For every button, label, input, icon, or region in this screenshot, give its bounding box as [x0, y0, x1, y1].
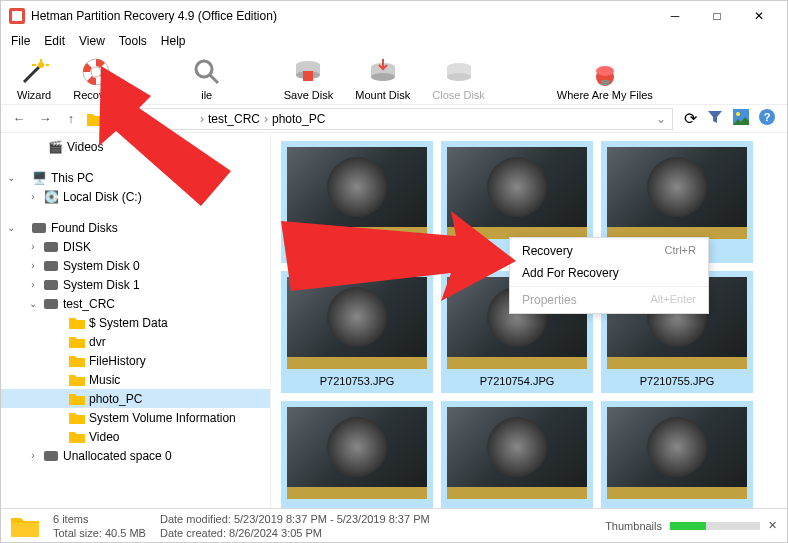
folder-icon [69, 317, 85, 329]
disk-icon [44, 280, 58, 290]
menu-help[interactable]: Help [161, 34, 186, 48]
wizard-button[interactable]: Wizard [17, 57, 51, 101]
close-panel-icon[interactable]: ✕ [768, 519, 777, 532]
file-thumbnail[interactable] [281, 401, 433, 509]
collapse-icon[interactable]: ⌄ [5, 222, 17, 233]
tree-row[interactable]: photo_PC [1, 389, 270, 408]
tree-label[interactable]: Local Disk (C:) [63, 190, 142, 204]
find-file-button[interactable]: ile [192, 57, 222, 101]
svg-point-5 [196, 61, 212, 77]
disk-icon [44, 242, 58, 252]
menu-file[interactable]: File [11, 34, 30, 48]
tree-label[interactable]: test_CRC [63, 297, 115, 311]
tree-label[interactable]: Music [89, 373, 120, 387]
file-thumbnail[interactable]: P7210753.JPG [281, 271, 433, 393]
tree-label[interactable]: System Volume Information [89, 411, 236, 425]
filter-icon[interactable] [707, 109, 723, 129]
svg-point-15 [447, 73, 471, 81]
preview-icon[interactable] [733, 109, 749, 129]
tree-label[interactable]: Videos [67, 140, 103, 154]
pc-icon: 🖥️ [31, 171, 47, 185]
twisty-icon[interactable]: › [27, 241, 39, 252]
dropdown-icon[interactable]: ⌄ [656, 112, 666, 126]
tool-label: ile [201, 89, 212, 101]
file-view[interactable]: P7210750.JPG P7210753.JPGP7210754.JPGP72… [271, 133, 787, 509]
breadcrumb-item[interactable]: test_CRC [208, 112, 260, 126]
disk-icon [32, 223, 46, 233]
file-name: P7210754.JPG [447, 375, 587, 387]
status-bar: 6 items Total size: 40.5 MB Date modifie… [1, 508, 787, 542]
twisty-icon[interactable]: › [27, 279, 39, 290]
tree-row[interactable]: ›System Disk 0 [1, 256, 270, 275]
chevron-icon: › [264, 112, 268, 126]
file-name: P7210753.JPG [287, 375, 427, 387]
twisty-icon[interactable]: › [27, 260, 39, 271]
tree-row[interactable]: ⌄test_CRC [1, 294, 270, 313]
thumbnail-image [287, 277, 427, 369]
tree-label[interactable]: FileHistory [89, 354, 146, 368]
up-button[interactable]: ↑ [61, 111, 81, 126]
tree-row[interactable]: System Volume Information [1, 408, 270, 427]
twisty-icon[interactable]: ⌄ [27, 298, 39, 309]
tree-label[interactable]: Video [89, 430, 119, 444]
twisty-icon[interactable]: › [27, 450, 39, 461]
breadcrumb-item[interactable]: photo_PC [272, 112, 325, 126]
tree-row[interactable]: ›DISK [1, 237, 270, 256]
tree-row[interactable]: dvr [1, 332, 270, 351]
mount-disk-icon [368, 57, 398, 87]
save-disk-icon [293, 57, 323, 87]
tree-row[interactable]: FileHistory [1, 351, 270, 370]
ctx-properties: PropertiesAlt+Enter [510, 289, 708, 311]
zoom-slider[interactable] [670, 522, 760, 530]
folder-icon [69, 431, 85, 443]
file-thumbnail[interactable] [441, 401, 593, 509]
status-count: 6 items [53, 512, 146, 526]
refresh-button[interactable]: ⟳ [679, 109, 701, 128]
tree-label[interactable]: System Disk 1 [63, 278, 140, 292]
breadcrumb[interactable]: xxxxxxxxxxxxx › test_CRC › photo_PC ⌄ [111, 108, 673, 130]
menu-tools[interactable]: Tools [119, 34, 147, 48]
lifebuoy-icon [81, 57, 111, 87]
ctx-recovery[interactable]: RecoveryCtrl+R [510, 240, 708, 262]
tree-row[interactable]: Music [1, 370, 270, 389]
view-mode-label: Thumbnails [605, 520, 662, 532]
tree-row[interactable]: Video [1, 427, 270, 446]
close-button[interactable]: ✕ [739, 2, 779, 30]
mount-disk-button[interactable]: Mount Disk [355, 57, 410, 101]
wand-icon [19, 57, 49, 87]
thumbnail-image [447, 407, 587, 499]
ctx-add-recovery[interactable]: Add For Recovery [510, 262, 708, 284]
forward-button[interactable]: → [35, 111, 55, 126]
back-button[interactable]: ← [9, 111, 29, 126]
tree-label[interactable]: $ System Data [89, 316, 168, 330]
tree-label[interactable]: photo_PC [89, 392, 142, 406]
tree-label[interactable]: This PC [51, 171, 94, 185]
tree-label[interactable]: Unallocated space 0 [63, 449, 172, 463]
thumbnail-image [447, 147, 587, 239]
folder-tree[interactable]: 🎬Videos ⌄🖥️This PC ›💽Local Disk (C:) ⌄Fo… [1, 133, 271, 509]
tree-row[interactable]: ›Unallocated space 0 [1, 446, 270, 465]
tree-row[interactable]: $ System Data [1, 313, 270, 332]
tree-row[interactable]: ›System Disk 1 [1, 275, 270, 294]
tree-label[interactable]: DISK [63, 240, 91, 254]
file-thumbnail[interactable]: P7210750.JPG [281, 141, 433, 263]
file-name: P7210750.JPG [287, 245, 427, 257]
expand-icon[interactable]: › [27, 191, 39, 202]
where-files-button[interactable]: Where Are My Files [557, 57, 653, 101]
menu-view[interactable]: View [79, 34, 105, 48]
tree-label[interactable]: Found Disks [51, 221, 118, 235]
tree-label[interactable]: System Disk 0 [63, 259, 140, 273]
menu-edit[interactable]: Edit [44, 34, 65, 48]
recovery-button[interactable]: Recovery [73, 57, 119, 101]
tool-label: Wizard [17, 89, 51, 101]
svg-point-4 [91, 67, 101, 77]
minimize-button[interactable]: ─ [655, 2, 695, 30]
maximize-button[interactable]: □ [697, 2, 737, 30]
save-disk-button[interactable]: Save Disk [284, 57, 334, 101]
disk-icon [44, 451, 58, 461]
collapse-icon[interactable]: ⌄ [5, 172, 17, 183]
tree-label[interactable]: dvr [89, 335, 106, 349]
help-icon[interactable]: ? [759, 109, 775, 129]
file-thumbnail[interactable] [601, 401, 753, 509]
folder-icon [69, 374, 85, 386]
